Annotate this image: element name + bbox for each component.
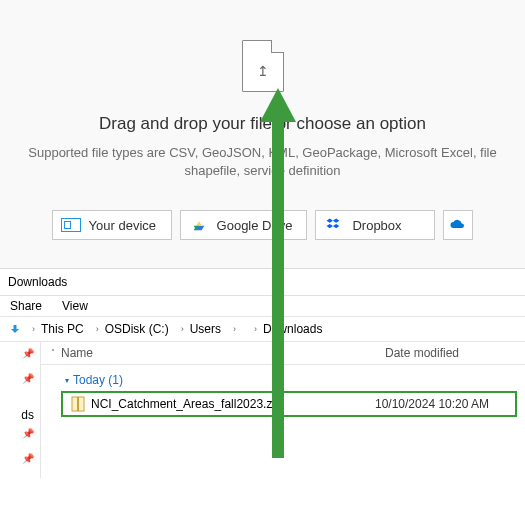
pin-icon: 📌 [0, 453, 34, 464]
crumb-this-pc[interactable]: ›This PC [28, 320, 88, 338]
google-drive-button[interactable]: Google Drive [180, 210, 308, 240]
crumb-downloads[interactable]: ›Downloads [250, 320, 326, 338]
your-device-button[interactable]: Your device [52, 210, 172, 240]
upload-source-buttons: Your device Google Drive Dropbox [18, 210, 507, 246]
device-icon [61, 217, 81, 233]
explorer-nav-pane-fragment: 📌 📌 ds 📌 📌 [0, 342, 40, 478]
your-device-label: Your device [89, 218, 156, 233]
upload-title: Drag and drop your file or choose an opt… [18, 114, 507, 134]
tab-view[interactable]: View [62, 299, 88, 313]
chevron-down-icon: ▾ [65, 376, 69, 385]
svg-marker-1 [196, 221, 201, 226]
nav-dropdown-icon[interactable] [6, 320, 24, 338]
file-name: NCI_Catchment_Areas_fall2023.zip [91, 397, 375, 411]
file-row[interactable]: NCI_Catchment_Areas_fall2023.zip 10/10/2… [63, 393, 515, 415]
pin-icon: 📌 [0, 428, 34, 439]
sort-caret-icon: ˄ [51, 348, 55, 357]
group-today[interactable]: ▾ Today (1) [41, 365, 525, 391]
upload-file-icon: ↥ [242, 40, 284, 92]
zip-file-icon [71, 396, 85, 412]
crumb-user[interactable]: › [229, 322, 246, 336]
pin-icon: 📌 [0, 348, 34, 359]
file-list: ˄ Name Date modified ▾ Today (1) NCI_Cat… [40, 342, 525, 478]
dropbox-button[interactable]: Dropbox [315, 210, 435, 240]
upload-subtitle: Supported file types are CSV, GeoJSON, K… [18, 144, 507, 180]
explorer-body: 📌 📌 ds 📌 📌 ˄ Name Date modified ▾ Today … [0, 342, 525, 478]
column-headers: ˄ Name Date modified [41, 342, 525, 365]
google-drive-icon [189, 217, 209, 233]
explorer-ribbon-tabs: Share View [0, 296, 525, 317]
upload-dropzone[interactable]: ↥ Drag and drop your file or choose an o… [0, 0, 525, 269]
file-explorer: Downloads Share View ›This PC ›OSDisk (C… [0, 269, 525, 478]
onedrive-button[interactable] [443, 210, 473, 240]
upload-arrow-glyph: ↥ [257, 63, 269, 79]
google-drive-label: Google Drive [217, 218, 293, 233]
file-modified: 10/10/2024 10:20 AM [375, 397, 515, 411]
crumb-osdisk[interactable]: ›OSDisk (C:) [92, 320, 173, 338]
nav-item-truncated[interactable]: ds [0, 408, 34, 422]
tab-share[interactable]: Share [10, 299, 42, 313]
dropbox-label: Dropbox [352, 218, 401, 233]
explorer-titlebar: Downloads [0, 269, 525, 296]
dropbox-icon [324, 217, 344, 233]
crumb-users[interactable]: ›Users [177, 320, 225, 338]
column-date-header[interactable]: Date modified [385, 346, 525, 360]
address-bar[interactable]: ›This PC ›OSDisk (C:) ›Users › ›Download… [0, 317, 525, 342]
svg-rect-4 [77, 397, 79, 411]
folder-title: Downloads [8, 275, 67, 289]
pin-icon: 📌 [0, 373, 34, 384]
column-name-header[interactable]: ˄ Name [51, 346, 385, 360]
onedrive-icon [449, 218, 467, 232]
